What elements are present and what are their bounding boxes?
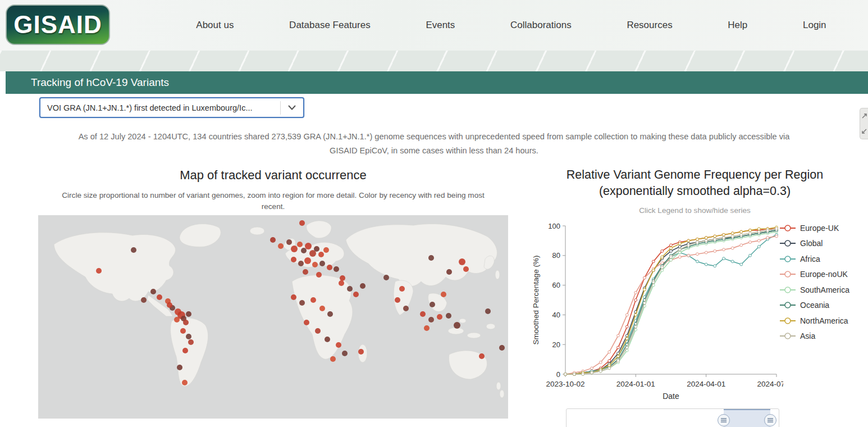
variant-dot[interactable]: [327, 265, 332, 270]
variant-dot[interactable]: [141, 297, 147, 303]
variant-dot[interactable]: [304, 320, 309, 325]
variant-dot[interactable]: [157, 294, 162, 300]
variant-dot[interactable]: [463, 266, 469, 272]
variant-dot[interactable]: [330, 356, 336, 362]
nav-database-features[interactable]: Database Features: [289, 20, 371, 31]
legend-item-Europe-noUK[interactable]: Europe-noUK: [780, 267, 865, 283]
nav-events[interactable]: Events: [426, 20, 455, 31]
variant-dot[interactable]: [286, 239, 292, 245]
variant-dot[interactable]: [131, 247, 136, 253]
nav-login[interactable]: Login: [803, 20, 826, 31]
variant-dot[interactable]: [299, 220, 305, 226]
variant-dot[interactable]: [428, 317, 434, 322]
variant-dot[interactable]: [316, 272, 322, 278]
variant-dot[interactable]: [319, 306, 325, 311]
variant-dot[interactable]: [291, 294, 296, 300]
variant-dot[interactable]: [459, 258, 465, 265]
variant-dot[interactable]: [182, 348, 188, 353]
legend-item-Asia[interactable]: Asia: [780, 329, 865, 344]
legend-marker-icon: [780, 240, 796, 247]
expand-arrow-icon: [862, 113, 867, 119]
variant-dot[interactable]: [278, 243, 284, 249]
variant-dot[interactable]: [312, 262, 318, 267]
variant-dot[interactable]: [325, 337, 330, 342]
variant-dot[interactable]: [305, 243, 312, 249]
variant-dot[interactable]: [270, 237, 276, 243]
variant-dot[interactable]: [430, 302, 435, 307]
variant-dot[interactable]: [304, 257, 311, 264]
variant-dot[interactable]: [188, 339, 194, 345]
variant-dot[interactable]: [174, 317, 180, 322]
variant-dot[interactable]: [186, 334, 191, 339]
variant-dot[interactable]: [297, 242, 303, 247]
legend-marker-icon: [780, 317, 796, 324]
variant-dot[interactable]: [336, 342, 341, 348]
datazoom-handle-left[interactable]: [718, 414, 730, 426]
datazoom-handle-right[interactable]: [764, 414, 776, 426]
legend-label: Europe-noUK: [800, 270, 848, 279]
legend-item-Europe-UK[interactable]: Europe-UK: [780, 220, 865, 236]
variant-dot[interactable]: [424, 325, 430, 331]
variant-dot[interactable]: [323, 247, 329, 253]
variant-dot[interactable]: [310, 297, 316, 303]
variant-dot[interactable]: [180, 328, 186, 334]
variant-dot[interactable]: [299, 300, 305, 306]
datazoom-slider[interactable]: [566, 408, 779, 427]
variant-dot[interactable]: [327, 311, 333, 317]
legend-label: Oceania: [800, 301, 829, 310]
variant-dot[interactable]: [96, 268, 102, 274]
variant-dot[interactable]: [403, 306, 409, 311]
variant-dot[interactable]: [485, 308, 491, 314]
variant-dot[interactable]: [334, 266, 339, 272]
variant-dot[interactable]: [479, 353, 485, 359]
legend-item-Africa[interactable]: Africa: [780, 251, 865, 267]
variant-dot[interactable]: [395, 297, 400, 303]
variant-dot[interactable]: [441, 292, 446, 297]
variant-dot[interactable]: [499, 345, 505, 351]
variant-dot[interactable]: [454, 322, 460, 329]
variant-dot[interactable]: [360, 283, 366, 289]
variant-dot[interactable]: [167, 302, 172, 308]
variant-dot[interactable]: [318, 252, 324, 257]
nav-help[interactable]: Help: [728, 20, 747, 31]
variant-dot[interactable]: [314, 246, 319, 252]
variant-dot[interactable]: [186, 311, 191, 317]
chevron-down-icon[interactable]: [281, 105, 303, 110]
variant-select[interactable]: VOI GRA (JN.1+JN.1.*) first detected in …: [39, 97, 304, 118]
legend-item-Oceania[interactable]: Oceania: [780, 298, 865, 314]
variant-dot[interactable]: [298, 261, 304, 266]
variant-dot[interactable]: [291, 257, 296, 262]
variant-dot[interactable]: [358, 349, 364, 355]
legend-item-Global[interactable]: Global: [780, 236, 865, 252]
page-title-bar: Tracking of hCoV-19 Variants: [6, 71, 868, 94]
variant-dot[interactable]: [347, 286, 353, 292]
variant-dot[interactable]: [339, 280, 344, 286]
nav-resources[interactable]: Resources: [627, 20, 672, 31]
variant-dot[interactable]: [446, 269, 452, 275]
variant-dot[interactable]: [315, 328, 321, 334]
variant-dot[interactable]: [428, 255, 434, 261]
nav-about-us[interactable]: About us: [196, 20, 234, 31]
panel-expand-tab[interactable]: [860, 108, 868, 139]
variant-dot[interactable]: [183, 320, 189, 325]
variant-dot[interactable]: [291, 246, 298, 252]
variant-dot[interactable]: [420, 311, 426, 317]
legend-item-NorthAmerica[interactable]: NorthAmerica: [780, 313, 865, 329]
variant-dot[interactable]: [182, 380, 188, 385]
variant-dot[interactable]: [446, 313, 451, 319]
svg-text:Smoothed Percentage (%): Smoothed Percentage (%): [532, 255, 540, 344]
variant-dot[interactable]: [399, 286, 405, 292]
datazoom-window[interactable]: [724, 409, 770, 427]
nav-collaborations[interactable]: Collaborations: [510, 20, 572, 31]
variant-dot[interactable]: [177, 365, 182, 370]
variant-dot[interactable]: [319, 261, 325, 266]
variant-dot[interactable]: [353, 292, 359, 297]
variant-dot[interactable]: [342, 351, 348, 356]
variant-dot[interactable]: [437, 314, 442, 320]
variant-dot[interactable]: [303, 269, 308, 275]
variant-dot[interactable]: [383, 275, 389, 280]
gisaid-logo[interactable]: GISAID: [6, 4, 110, 45]
world-map[interactable]: [38, 215, 508, 419]
variant-dot[interactable]: [150, 289, 156, 294]
legend-item-SouthAmerica[interactable]: SouthAmerica: [780, 282, 865, 298]
